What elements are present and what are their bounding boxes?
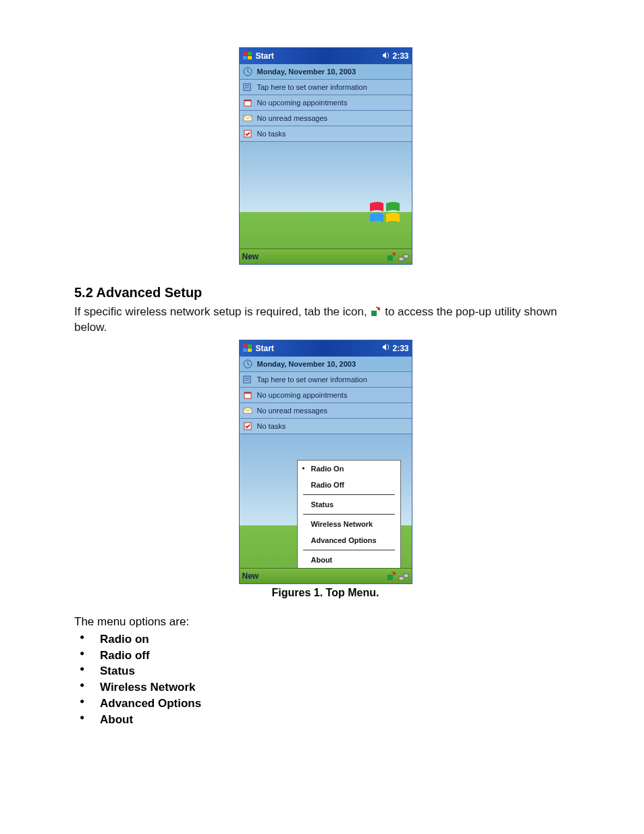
new-button[interactable]: New — [242, 571, 259, 581]
menu-radio-on[interactable]: Radio On — [298, 461, 400, 477]
svg-rect-14 — [399, 257, 404, 261]
start-label[interactable]: Start — [256, 344, 274, 353]
calendar-icon — [242, 390, 253, 400]
today-date-row[interactable]: Monday, November 10, 2003 — [240, 64, 412, 80]
mail-icon — [242, 113, 253, 124]
svg-rect-1 — [248, 52, 252, 55]
tasks-icon — [242, 421, 253, 432]
command-bar: New — [240, 249, 412, 264]
menu-options-list: Radio on Radio off Status Wireless Netwo… — [74, 631, 576, 728]
owner-icon — [242, 374, 253, 385]
svg-rect-9 — [244, 100, 251, 101]
svg-rect-21 — [248, 348, 252, 352]
taskbar: Start 2:33 — [240, 340, 412, 357]
menu-wireless-network[interactable]: Wireless Network — [298, 516, 400, 532]
messages-label: No unread messages — [257, 114, 328, 122]
menu-about[interactable]: About — [298, 552, 400, 568]
volume-icon[interactable] — [381, 51, 391, 62]
svg-rect-19 — [248, 344, 252, 348]
menu-separator — [303, 550, 395, 550]
wireless-tray-icon[interactable] — [386, 251, 397, 262]
svg-rect-30 — [387, 575, 393, 580]
svg-rect-5 — [244, 84, 250, 90]
figure-caption: Figures 1. Top Menu. — [74, 587, 576, 599]
list-item: Status — [77, 663, 576, 679]
command-bar: New — [240, 568, 412, 583]
windows-flag-icon[interactable] — [242, 51, 253, 61]
owner-row[interactable]: Tap here to set owner information — [240, 372, 412, 388]
owner-label: Tap here to set owner information — [257, 83, 367, 91]
clock-time[interactable]: 2:33 — [392, 344, 408, 353]
today-date-label: Monday, November 10, 2003 — [257, 68, 356, 76]
svg-rect-16 — [371, 311, 377, 316]
screenshot-popup-menu: Start 2:33 Monday, November 10, 2003 Tap… — [239, 340, 412, 584]
menu-radio-off[interactable]: Radio Off — [298, 477, 400, 493]
clock-icon — [242, 359, 253, 369]
taskbar: Start 2:33 — [240, 48, 412, 64]
tasks-row[interactable]: No tasks — [240, 126, 412, 142]
menu-advanced-options[interactable]: Advanced Options — [298, 532, 400, 548]
appointments-label: No upcoming appointments — [257, 391, 348, 399]
svg-point-31 — [393, 572, 396, 575]
wireless-inline-icon — [370, 306, 381, 317]
svg-rect-20 — [243, 348, 247, 352]
tasks-row[interactable]: No tasks — [240, 419, 412, 434]
section-heading: 5.2 Advanced Setup — [74, 285, 576, 301]
svg-rect-18 — [243, 344, 247, 348]
windows-logo-icon — [369, 199, 401, 226]
menu-status[interactable]: Status — [298, 496, 400, 513]
owner-icon — [242, 82, 253, 93]
svg-rect-0 — [243, 52, 247, 55]
svg-rect-2 — [243, 56, 247, 59]
messages-row[interactable]: No unread messages — [240, 403, 412, 419]
appointments-row[interactable]: No upcoming appointments — [240, 388, 412, 403]
tasks-label: No tasks — [257, 422, 286, 430]
clock-time[interactable]: 2:33 — [392, 51, 408, 61]
tasks-icon — [242, 128, 253, 139]
menu-separator — [303, 514, 395, 515]
tasks-label: No tasks — [257, 130, 286, 138]
para-pre: If specific wireless network setup is re… — [74, 305, 367, 318]
intro-paragraph: If specific wireless network setup is re… — [74, 305, 576, 336]
volume-icon[interactable] — [381, 342, 391, 354]
new-button[interactable]: New — [242, 252, 259, 261]
list-lead: The menu options are: — [74, 615, 576, 629]
today-list: Monday, November 10, 2003 Tap here to se… — [240, 64, 412, 142]
svg-rect-15 — [404, 255, 408, 258]
windows-flag-icon[interactable] — [242, 343, 253, 354]
appointments-row[interactable]: No upcoming appointments — [240, 95, 412, 111]
svg-rect-33 — [404, 574, 408, 577]
svg-rect-27 — [244, 392, 251, 394]
list-item: About — [77, 712, 576, 728]
clock-icon — [242, 66, 253, 77]
connection-tray-icon[interactable] — [398, 251, 409, 262]
owner-row[interactable]: Tap here to set owner information — [240, 80, 412, 95]
menu-separator — [303, 494, 395, 495]
svg-rect-3 — [248, 56, 252, 59]
svg-rect-12 — [387, 255, 393, 261]
svg-point-17 — [377, 307, 380, 310]
calendar-icon — [242, 97, 253, 108]
mail-icon — [242, 405, 253, 416]
screenshot-today-screen: Start 2:33 Monday, November 10, 2003 Tap… — [239, 47, 412, 265]
list-item: Wireless Network — [77, 679, 576, 696]
svg-rect-32 — [399, 577, 404, 580]
connection-tray-icon[interactable] — [398, 571, 409, 581]
messages-label: No unread messages — [257, 407, 328, 415]
wireless-tray-icon[interactable] — [386, 571, 397, 581]
today-list: Monday, November 10, 2003 Tap here to se… — [240, 357, 412, 434]
wireless-popup-menu: Radio On Radio Off Status Wireless Netwo… — [297, 460, 401, 569]
start-label[interactable]: Start — [256, 51, 274, 61]
list-item: Radio off — [77, 648, 576, 664]
appointments-label: No upcoming appointments — [257, 99, 348, 107]
today-date-label: Monday, November 10, 2003 — [257, 360, 356, 368]
messages-row[interactable]: No unread messages — [240, 111, 412, 126]
svg-rect-23 — [244, 376, 250, 383]
list-item: Advanced Options — [77, 696, 576, 712]
today-date-row[interactable]: Monday, November 10, 2003 — [240, 357, 412, 372]
owner-label: Tap here to set owner information — [257, 375, 367, 384]
svg-point-13 — [393, 253, 396, 255]
list-item: Radio on — [77, 631, 576, 648]
